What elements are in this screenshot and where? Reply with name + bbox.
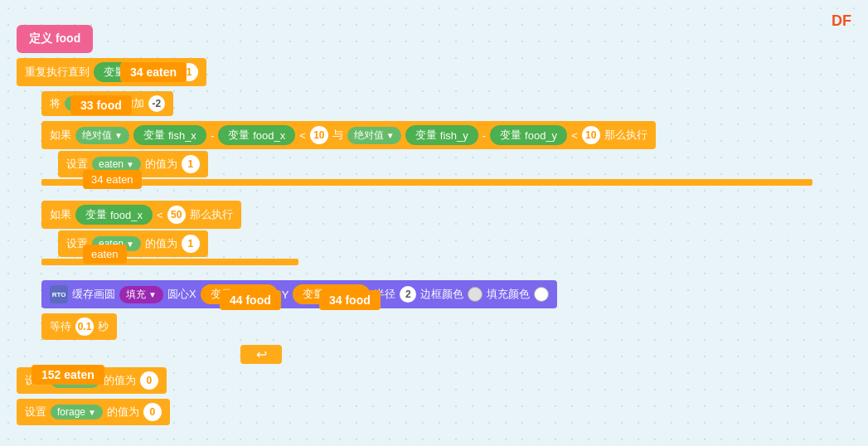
food-monitor-44: 44 food	[220, 290, 281, 310]
set2-row: 设置 eaten ▼ 的值为 1	[58, 230, 812, 257]
if2-label: 如果	[50, 207, 71, 222]
if2-row: 如果 变量 food_x < 50 那么执行	[41, 201, 812, 229]
val2-badge: 2	[400, 286, 416, 303]
logo-icon: RTO	[50, 285, 68, 303]
fill-color-circle[interactable]	[534, 287, 549, 302]
add-label: 将	[50, 96, 61, 111]
val10a-badge: 10	[310, 126, 328, 144]
val0b-badge: 0	[143, 403, 162, 421]
var6-label: 变量	[85, 207, 107, 222]
fish-y-pill[interactable]: 变量 fish_y	[405, 125, 478, 145]
value4-label: 的值为	[107, 405, 139, 419]
forage-var: forage	[57, 406, 85, 418]
abs1-label: 绝对值	[82, 128, 112, 143]
y-label: Y	[282, 288, 289, 301]
abs1-arrow-icon: ▼	[114, 131, 123, 140]
minus1: -	[211, 129, 214, 142]
abs2-dropdown[interactable]: 绝对值 ▼	[347, 127, 401, 144]
lt2-sign: <	[571, 129, 578, 142]
val50-badge: 50	[167, 206, 186, 224]
value1-label: 的值为	[145, 157, 177, 172]
wait-block[interactable]: 等待 0.1 秒	[41, 313, 117, 340]
eaten-monitor-34: 34 eaten	[120, 62, 187, 82]
eaten-monitor-152: 152 eaten	[32, 365, 104, 385]
abs2-arrow-icon: ▼	[386, 131, 395, 140]
and-label: 与	[332, 128, 343, 143]
blocks-area: 定义 food 重复执行直到 变量 eaten = 1 将 food_x ▼ 增…	[17, 25, 812, 430]
draw-circle-block[interactable]: RTO 缓存画圆 填充 ▼ 圆心X 变量 food_x Y 变量 food_y …	[41, 280, 557, 308]
eaten1-var: eaten	[99, 158, 124, 170]
minus2: -	[482, 129, 486, 142]
var2-label: 变量	[143, 128, 165, 143]
abs2-label: 绝对值	[354, 128, 384, 143]
if1-block[interactable]: 如果 绝对值 ▼ 变量 fish_x - 变量 food_x < 10 与 绝对…	[41, 121, 656, 149]
abs1-dropdown[interactable]: 绝对值 ▼	[75, 127, 129, 144]
if2-block[interactable]: 如果 变量 food_x < 50 那么执行	[41, 201, 241, 229]
fish-x-pill[interactable]: 变量 fish_x	[133, 125, 206, 145]
wait-row: 等待 0.1 秒	[41, 313, 812, 340]
define-label: 定义	[29, 32, 52, 45]
food-monitor-top: 33 food	[70, 95, 132, 115]
val-0-1-badge: 0.1	[75, 318, 94, 336]
neg2-badge: -2	[148, 95, 165, 112]
food-x-pill[interactable]: 变量 food_x	[218, 125, 295, 145]
set4-label: 设置	[25, 405, 46, 419]
df-label: DF	[832, 12, 851, 30]
if1-row: 如果 绝对值 ▼ 变量 fish_x - 变量 food_x < 10 与 绝对…	[41, 121, 812, 149]
cache-label: 缓存画圆	[72, 287, 115, 302]
border-color-label: 边框颜色	[420, 287, 463, 302]
lt3-sign: <	[157, 209, 163, 221]
forage-dropdown[interactable]: forage ▼	[51, 405, 103, 419]
val10b-badge: 10	[582, 126, 600, 144]
value3-label: 的值为	[104, 373, 136, 388]
sec-label: 秒	[98, 319, 109, 334]
set1-row: 设置 eaten ▼ 的值为 1	[58, 151, 812, 177]
food-monitor-34b: 34 food	[319, 290, 381, 310]
border-color-circle[interactable]	[468, 287, 482, 302]
eaten-monitor-inner1: 34 eaten	[83, 170, 142, 189]
fish-x-var: fish_x	[168, 129, 196, 142]
food-y-pill[interactable]: 变量 food_y	[490, 125, 567, 145]
food-x-var2: food_x	[253, 129, 285, 142]
add-row: 将 food_x ▼ 增加 -2	[41, 91, 812, 116]
repeat-label: 重复执行直到	[25, 65, 90, 80]
undo-row: ↩	[240, 345, 812, 364]
var4-label: 变量	[415, 128, 437, 143]
fill-label: 填充	[126, 288, 146, 302]
if2-close-bar	[41, 259, 812, 265]
fill-color-label: 填充颜色	[487, 287, 530, 302]
define-row: 定义 food	[17, 25, 812, 53]
draw-circle-row: RTO 缓存画圆 填充 ▼ 圆心X 变量 food_x Y 变量 food_y …	[41, 280, 812, 308]
food-y-var: food_y	[525, 129, 557, 142]
set4-row: 设置 forage ▼ 的值为 0	[17, 399, 812, 425]
define-block[interactable]: 定义 food	[17, 25, 93, 53]
eaten2-arrow-icon: ▼	[126, 240, 134, 249]
val1c-badge: 1	[182, 235, 200, 253]
fill-dropdown[interactable]: 填充 ▼	[119, 286, 163, 303]
fish-y-var: fish_y	[440, 129, 468, 142]
food-x-var3: food_x	[110, 209, 143, 221]
lt1: <	[299, 129, 306, 142]
center-x-label: 圆心X	[167, 287, 196, 302]
define-name: food	[56, 32, 80, 45]
eaten1-arrow-icon: ▼	[126, 160, 134, 169]
wait-label: 等待	[50, 319, 71, 334]
if1-label: 如果	[50, 128, 71, 143]
var3-label: 变量	[228, 128, 250, 143]
var5-label: 变量	[500, 128, 521, 143]
set4-block[interactable]: 设置 forage ▼ 的值为 0	[17, 399, 170, 425]
set3-row: 设置 eaten ▼ 的值为 0	[17, 367, 812, 394]
food-x3-pill[interactable]: 变量 food_x	[75, 205, 153, 225]
if1-close-bar	[41, 179, 812, 186]
value2-label: 的值为	[145, 236, 177, 251]
then2-label: 那么执行	[190, 207, 233, 222]
undo-arrow-icon: ↩	[256, 347, 267, 362]
undo-block: ↩	[240, 345, 282, 364]
then1-label: 那么执行	[604, 128, 647, 143]
val1b-badge: 1	[182, 155, 200, 173]
set2-block[interactable]: 设置 eaten ▼ 的值为 1	[58, 230, 208, 257]
val0a-badge: 0	[140, 371, 158, 390]
fill-arrow-icon: ▼	[148, 290, 157, 299]
forage-arrow-icon: ▼	[88, 408, 96, 417]
eaten-monitor-inner2: eaten	[83, 245, 127, 264]
